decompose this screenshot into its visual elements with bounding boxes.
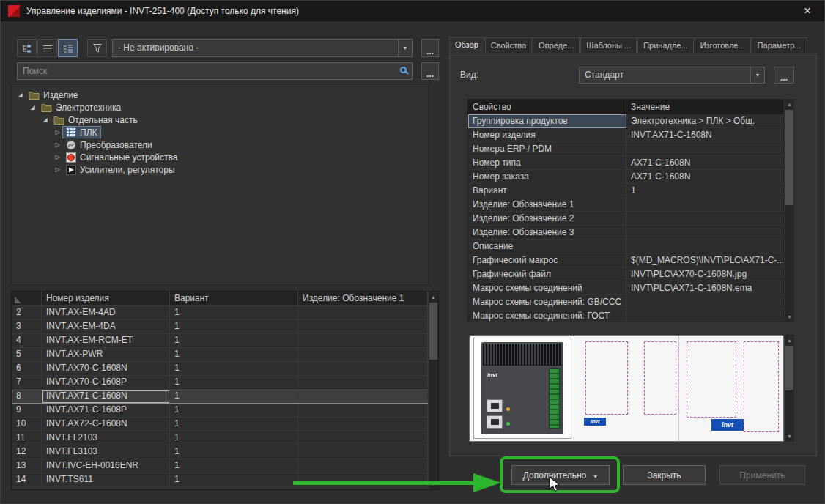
view-combo[interactable]: Стандарт: [579, 67, 765, 84]
property-row[interactable]: Описание: [468, 240, 783, 253]
filter-button[interactable]: [87, 39, 107, 57]
designation-cell: [298, 306, 428, 320]
parts-row[interactable]: 12INVT.FL31031: [12, 445, 438, 459]
property-row[interactable]: Графический файлINVT\PLC\AX70-C-1608N.jp…: [468, 267, 783, 281]
parts-row[interactable]: 9INVT.AX71-C-1608P1: [12, 404, 438, 418]
designation-cell: [298, 418, 428, 431]
property-grid-scrollbar[interactable]: [784, 99, 794, 322]
tree-table-view-button[interactable]: [58, 39, 78, 57]
property-row[interactable]: Номер изделияINVT.AX71-C-1608N: [468, 128, 783, 142]
property-row[interactable]: Изделие: Обозначение 2: [468, 212, 783, 226]
macro-preview-page[interactable]: [687, 341, 736, 418]
tree-node-amplifiers[interactable]: ▷Усилители, регуляторы: [12, 163, 428, 176]
part-number-cell: INVT.IVC-EH-0016ENR: [42, 459, 170, 473]
scroll-up-icon[interactable]: [785, 336, 794, 345]
tab-overview[interactable]: Обзор: [449, 37, 484, 53]
parts-row[interactable]: 8INVT.AX71-C-1608N1: [12, 390, 438, 404]
tab-properties[interactable]: Свойства: [485, 37, 532, 53]
scroll-thumb[interactable]: [429, 303, 437, 360]
parts-row[interactable]: 14INVT.TS6111: [12, 473, 438, 487]
expand-icon[interactable]: ▷: [53, 141, 62, 148]
tab-accessories[interactable]: Принадле...: [637, 37, 693, 53]
property-row[interactable]: Номер типаAX71-C-1608N: [468, 156, 783, 170]
collapse-icon[interactable]: ◢: [40, 116, 50, 123]
tab-templates[interactable]: Шаблоны ...: [580, 37, 637, 53]
search-input[interactable]: [17, 62, 412, 80]
part-photo[interactable]: invt: [473, 338, 571, 439]
property-row[interactable]: Группировка продуктовЭлектротехника > ПЛ…: [468, 114, 783, 128]
property-row[interactable]: Номер заказаAX71-C-1608N: [468, 170, 783, 184]
collapse-icon[interactable]: ◢: [28, 104, 37, 111]
macro-preview-page[interactable]: [744, 341, 779, 432]
property-row[interactable]: Изделие: Обозначение 1: [468, 198, 783, 212]
property-name: Номер изделия: [468, 128, 626, 142]
tree-node-signal-devices[interactable]: ▷Сигнальные устройства: [12, 151, 428, 163]
designation-cell: [298, 376, 428, 390]
parts-row[interactable]: 6INVT.AX70-C-1608N1: [12, 362, 438, 376]
property-row[interactable]: Номера ERP / PDM: [468, 142, 783, 156]
scroll-down-icon[interactable]: [429, 479, 438, 489]
property-name: Графический файл: [468, 267, 626, 281]
macro-preview-page[interactable]: [585, 341, 628, 415]
chevron-down-icon[interactable]: [398, 40, 412, 56]
tree-node-separate-part[interactable]: ◢Отдельная часть: [12, 114, 428, 126]
search-icon[interactable]: [400, 67, 407, 73]
tree-node-plc[interactable]: ▷ПЛК: [12, 126, 428, 138]
scroll-up-icon[interactable]: [785, 100, 794, 109]
expand-icon[interactable]: ▷: [53, 129, 62, 136]
tree-node-content: Электротехника: [37, 101, 125, 114]
collapse-icon[interactable]: ◢: [15, 92, 25, 98]
parts-row[interactable]: 2INVT.AX-EM-4AD1: [12, 306, 438, 320]
column-header-variant[interactable]: Вариант: [170, 292, 298, 305]
parts-row[interactable]: 11INVT.FL21031: [12, 431, 438, 445]
status-led: [506, 422, 510, 426]
scroll-down-icon[interactable]: [785, 312, 794, 322]
extras-button[interactable]: Дополнительно: [511, 465, 610, 485]
close-window-button[interactable]: ×: [798, 3, 817, 19]
property-row[interactable]: Макрос схемы соединений: GB/CCC: [468, 295, 783, 309]
expand-icon[interactable]: ▷: [53, 166, 62, 173]
property-row[interactable]: Вариант1: [468, 184, 783, 198]
parts-row[interactable]: 4INVT.AX-EM-RCM-ET1: [12, 334, 438, 348]
row-number-cell: 13: [12, 459, 42, 473]
chevron-down-icon[interactable]: [750, 67, 764, 83]
property-row[interactable]: Макрос схемы соединений: ГОСТ: [468, 309, 783, 323]
property-value: [626, 226, 783, 240]
variant-cell: 1: [170, 376, 298, 390]
macro-preview-page[interactable]: [644, 341, 676, 415]
parts-scrollbar[interactable]: [428, 292, 438, 489]
property-row[interactable]: Изделие: Обозначение 3: [468, 226, 783, 240]
tab-definitions[interactable]: Опреде...: [533, 37, 580, 53]
column-header-designation[interactable]: Изделие: Обозначение 1: [298, 292, 428, 305]
scroll-down-icon[interactable]: [785, 431, 794, 441]
tree-node-product[interactable]: ◢Изделие: [12, 89, 428, 101]
property-row[interactable]: Макрос схемы соединенийINVT\PLC\AX71-C-1…: [468, 281, 783, 295]
tab-parameters[interactable]: Параметр...: [752, 37, 807, 53]
filter-scheme-combo[interactable]: - Не активировано -: [112, 39, 412, 57]
status-led: [506, 407, 510, 411]
window-title: Управление изделиями - INVT-251-400 (Дос…: [26, 6, 299, 16]
parts-row[interactable]: 3INVT.AX-EM-4DA1: [12, 320, 438, 334]
tree-view-button[interactable]: [17, 39, 37, 57]
parts-row[interactable]: 13INVT.IVC-EH-0016ENR1: [12, 459, 438, 473]
list-view-button[interactable]: [37, 39, 57, 57]
search-more-button[interactable]: ...: [421, 62, 439, 80]
preview-scrollbar[interactable]: [784, 335, 794, 442]
parts-row[interactable]: 7INVT.AX70-C-1608P1: [12, 376, 438, 390]
parts-row[interactable]: 5INVT.AX-PWR1: [12, 348, 438, 362]
column-header-part-number[interactable]: Номер изделия: [42, 292, 170, 305]
corner-cell[interactable]: [12, 292, 42, 305]
scroll-thumb[interactable]: [785, 110, 793, 205]
tree-node-converters[interactable]: ▷Преобразователи: [12, 138, 428, 151]
tree-node-electrical[interactable]: ◢Электротехника: [12, 101, 428, 114]
parts-row[interactable]: 10INVT.AX72-C-1608N1: [12, 418, 438, 431]
close-button[interactable]: Закрыть: [623, 465, 706, 485]
tab-manufacturing[interactable]: Изготовле...: [695, 37, 751, 53]
view-more-button[interactable]: ...: [774, 67, 794, 84]
designation-cell: [298, 334, 428, 348]
scroll-up-icon[interactable]: [429, 292, 438, 302]
filter-more-button[interactable]: ...: [421, 39, 439, 57]
property-row[interactable]: Графический макрос$(MD_MACROS)\INVT\PLC\…: [468, 253, 783, 267]
expand-icon[interactable]: ▷: [53, 154, 62, 160]
scroll-thumb[interactable]: [785, 346, 793, 390]
